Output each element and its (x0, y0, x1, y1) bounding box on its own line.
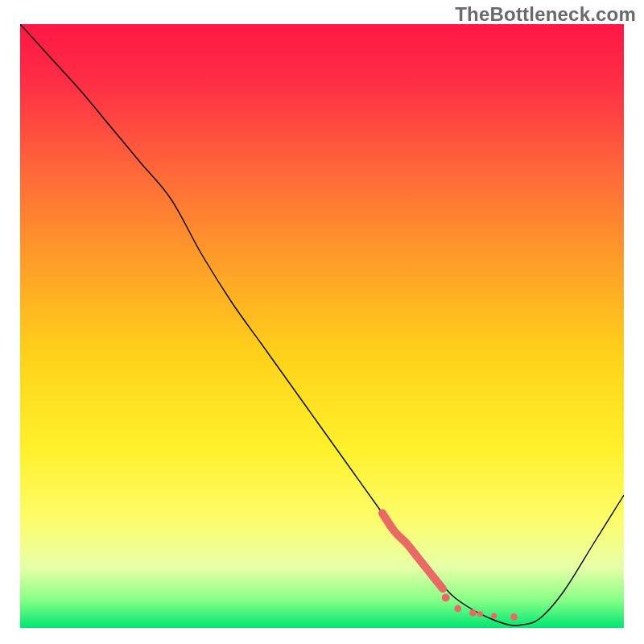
highlight-dot (477, 611, 483, 617)
highlight-dot (454, 605, 461, 613)
plot-area (20, 24, 624, 628)
bottleneck-chart (20, 24, 624, 628)
watermark-label: TheBottleneck.com (455, 3, 636, 26)
highlight-dot (491, 613, 497, 618)
chart-stage: TheBottleneck.com (0, 0, 644, 644)
highlight-dot (510, 613, 518, 621)
highlight-dot (469, 609, 477, 617)
highlight-dot (442, 594, 450, 602)
gradient-background (20, 24, 624, 628)
